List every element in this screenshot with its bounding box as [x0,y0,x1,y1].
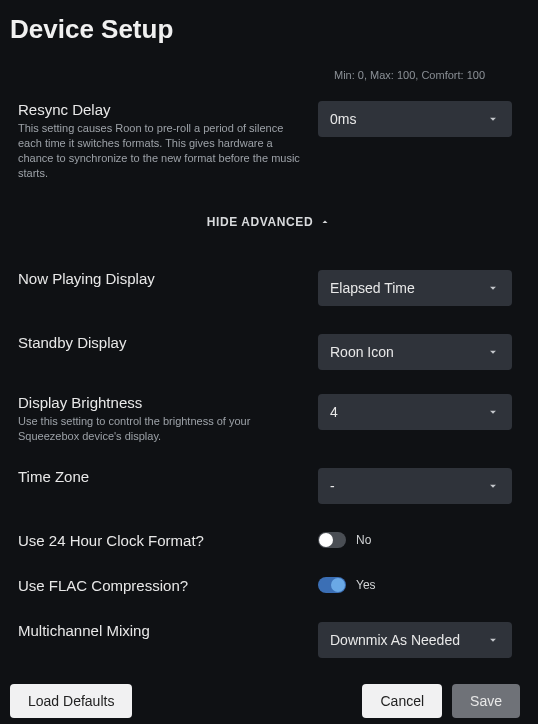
now-playing-title: Now Playing Display [18,270,302,287]
resync-delay-title: Resync Delay [18,101,302,118]
page-title: Device Setup [10,14,528,45]
multichannel-select[interactable]: Downmix As Needed [318,622,512,658]
cancel-button[interactable]: Cancel [362,684,442,718]
multichannel-value: Downmix As Needed [330,632,486,648]
toggle-knob [331,578,345,592]
row-24h-clock: Use 24 Hour Clock Format? No [10,518,528,563]
use-24h-state: No [356,533,371,547]
hide-advanced-label: HIDE ADVANCED [207,215,313,229]
time-zone-title: Time Zone [18,468,302,485]
row-flac: Use FLAC Compression? Yes [10,563,528,608]
row-now-playing-display: Now Playing Display Elapsed Time [10,256,528,320]
caret-up-icon [319,216,331,228]
brightness-value: 4 [330,404,486,420]
row-display-brightness: Display Brightness Use this setting to c… [10,384,528,454]
time-zone-value: - [330,478,486,494]
resync-delay-value: 0ms [330,111,486,127]
standby-value: Roon Icon [330,344,486,360]
standby-select[interactable]: Roon Icon [318,334,512,370]
chevron-down-icon [486,112,500,126]
chevron-down-icon [486,479,500,493]
resync-delay-labels: Resync Delay This setting causes Roon to… [18,101,318,180]
use-24h-toggle[interactable] [318,532,346,548]
time-zone-select[interactable]: - [318,468,512,504]
brightness-title: Display Brightness [18,394,302,411]
brightness-desc: Use this setting to control the brightne… [18,414,302,444]
now-playing-value: Elapsed Time [330,280,486,296]
row-time-zone: Time Zone - [10,454,528,518]
cutoff-hint-text: Min: 0, Max: 100, Comfort: 100 [334,69,528,81]
chevron-down-icon [486,633,500,647]
chevron-down-icon [486,345,500,359]
use-flac-title: Use FLAC Compression? [18,577,302,594]
multichannel-title: Multichannel Mixing [18,622,302,639]
standby-title: Standby Display [18,334,302,351]
now-playing-select[interactable]: Elapsed Time [318,270,512,306]
use-24h-title: Use 24 Hour Clock Format? [18,532,302,549]
hide-advanced-toggle[interactable]: HIDE ADVANCED [207,215,331,229]
use-flac-toggle[interactable] [318,577,346,593]
row-multichannel: Multichannel Mixing Downmix As Needed [10,608,528,672]
load-defaults-button[interactable]: Load Defaults [10,684,132,718]
hide-advanced-row: HIDE ADVANCED [10,190,528,256]
save-button[interactable]: Save [452,684,520,718]
row-resync-delay: Resync Delay This setting causes Roon to… [10,91,528,190]
toggle-knob [319,533,333,547]
use-flac-state: Yes [356,578,376,592]
row-standby-display: Standby Display Roon Icon [10,320,528,384]
chevron-down-icon [486,281,500,295]
brightness-select[interactable]: 4 [318,394,512,430]
footer: Load Defaults Cancel Save [10,672,528,724]
chevron-down-icon [486,405,500,419]
resync-delay-desc: This setting causes Roon to pre-roll a p… [18,121,302,180]
resync-delay-select[interactable]: 0ms [318,101,512,137]
